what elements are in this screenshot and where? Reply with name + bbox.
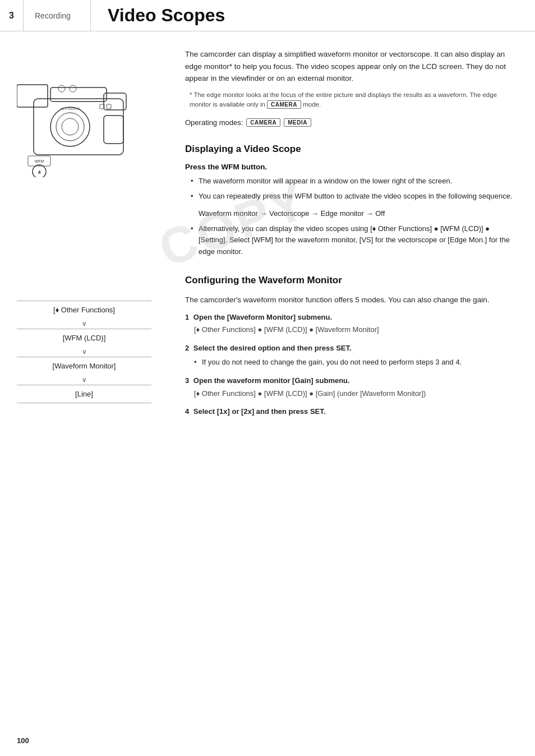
menu-nav-item-other-functions: [♦ Other Functions] bbox=[17, 301, 151, 319]
sidebar: WFM 4 32 0 0000CD [♦ Other Functions] ∨ … bbox=[0, 31, 168, 447]
camera-illustration: WFM 4 32 0 0000CD bbox=[17, 54, 151, 188]
footnote-camera-badge: CAMERA bbox=[267, 100, 301, 109]
operating-modes: Operating modes: CAMERA MEDIA bbox=[185, 118, 513, 127]
step-4-title: Select [1x] or [2x] and then press SET. bbox=[193, 407, 326, 416]
steps-list: 1 Open the [Waveform Monitor] submenu. [… bbox=[185, 312, 513, 418]
bullet-item-3: Alternatively, you can display the video… bbox=[191, 223, 513, 258]
intro-paragraph: The camcorder can display a simplified w… bbox=[185, 48, 513, 85]
svg-rect-6 bbox=[17, 85, 48, 107]
menu-nav-item-line: [Line] bbox=[17, 385, 151, 403]
press-instruction: Press the WFM button. bbox=[185, 163, 513, 171]
menu-nav-item-waveform-monitor: [Waveform Monitor] bbox=[17, 357, 151, 375]
menu-navigation: [♦ Other Functions] ∨ [WFM (LCD)] ∨ [Wav… bbox=[17, 301, 151, 403]
svg-text:WFM: WFM bbox=[35, 159, 44, 163]
svg-text:32 0 0000CD: 32 0 0000CD bbox=[60, 107, 80, 110]
step-1-number: 1 bbox=[185, 313, 189, 321]
step-2-title: Select the desired option and then press… bbox=[193, 344, 352, 352]
step-2-sub-1: If you do not need to change the gain, y… bbox=[194, 357, 513, 368]
step-3-number: 3 bbox=[185, 376, 189, 385]
svg-rect-4 bbox=[50, 87, 107, 102]
page-header: 3 Recording Video Scopes bbox=[0, 0, 535, 31]
step-2-number: 2 bbox=[185, 344, 189, 352]
camera-svg: WFM 4 32 0 0000CD bbox=[17, 54, 140, 177]
page-title: Video Scopes bbox=[91, 0, 242, 31]
chapter-number: 3 bbox=[0, 0, 24, 31]
footnote-part2: mode. bbox=[303, 101, 321, 108]
step-4: 4 Select [1x] or [2x] and then press SET… bbox=[185, 406, 513, 418]
page-number: 100 bbox=[17, 736, 29, 745]
svg-rect-15 bbox=[107, 104, 111, 109]
svg-rect-7 bbox=[104, 116, 123, 144]
content-area: The camcorder can display a simplified w… bbox=[168, 31, 535, 447]
section-label: Recording bbox=[24, 0, 91, 31]
svg-text:4: 4 bbox=[38, 169, 40, 175]
section1-bullets-alt: Alternatively, you can display the video… bbox=[191, 223, 513, 258]
section-configuring-waveform: Configuring the Waveform Monitor The cam… bbox=[185, 275, 513, 418]
footnote-part1: * The edge monitor looks at the focus of… bbox=[190, 91, 497, 108]
step-2-sub-bullets: If you do not need to change the gain, y… bbox=[194, 357, 513, 368]
menu-nav-item-wfm-lcd: [WFM (LCD)] bbox=[17, 329, 151, 347]
footnote-text: * The edge monitor looks at the focus of… bbox=[185, 90, 513, 110]
section1-title: Displaying a Video Scope bbox=[185, 144, 513, 155]
sequence-text: Waveform monitor → Vectorscope → Edge mo… bbox=[199, 208, 513, 220]
svg-point-13 bbox=[70, 85, 76, 92]
svg-point-12 bbox=[58, 85, 65, 92]
operating-modes-label: Operating modes: bbox=[185, 118, 243, 127]
step-2: 2 Select the desired option and then pre… bbox=[185, 343, 513, 368]
main-content: WFM 4 32 0 0000CD [♦ Other Functions] ∨ … bbox=[0, 31, 535, 447]
section1-bullets: The waveform monitor will appear in a wi… bbox=[191, 176, 513, 202]
step-1: 1 Open the [Waveform Monitor] submenu. [… bbox=[185, 312, 513, 336]
step-4-number: 4 bbox=[185, 407, 189, 416]
menu-nav-arrow-2: ∨ bbox=[17, 347, 151, 357]
menu-nav-arrow-3: ∨ bbox=[17, 375, 151, 385]
bullet-item-2: You can repeatedly press the WFM button … bbox=[191, 191, 513, 202]
mode-media-badge: MEDIA bbox=[284, 118, 311, 127]
bullet-item-1: The waveform monitor will appear in a wi… bbox=[191, 176, 513, 187]
menu-nav-arrow-1: ∨ bbox=[17, 319, 151, 329]
section2-title: Configuring the Waveform Monitor bbox=[185, 275, 513, 286]
mode-camera-badge: CAMERA bbox=[246, 118, 280, 127]
svg-point-2 bbox=[56, 113, 84, 141]
step-3: 3 Open the waveform monitor [Gain] subme… bbox=[185, 375, 513, 400]
step-3-detail: [♦ Other Functions] ● [WFM (LCD)] ● [Gai… bbox=[194, 388, 513, 400]
section2-intro: The camcorder's waveform monitor functio… bbox=[185, 294, 513, 306]
step-3-title: Open the waveform monitor [Gain] submenu… bbox=[193, 376, 350, 385]
step-1-detail: [♦ Other Functions] ● [WFM (LCD)] ● [Wav… bbox=[194, 324, 513, 336]
step-1-title: Open the [Waveform Monitor] submenu. bbox=[193, 313, 332, 321]
svg-point-3 bbox=[62, 118, 79, 135]
section-displaying-video-scope: Displaying a Video Scope Press the WFM b… bbox=[185, 144, 513, 258]
